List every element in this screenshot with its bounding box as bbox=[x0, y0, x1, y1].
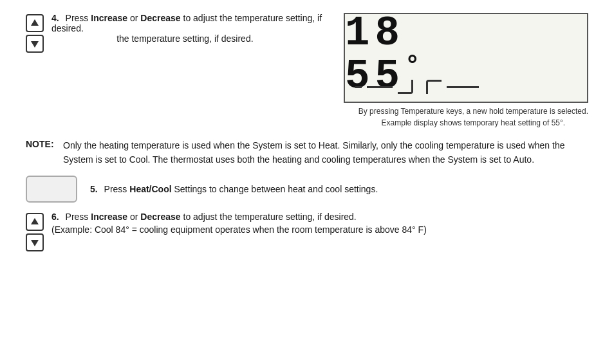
display-caption: By pressing Temperature keys, a new hold… bbox=[358, 105, 588, 129]
step6-post: to adjust the temperature setting, if de… bbox=[181, 212, 357, 222]
note-label: NOTE: bbox=[26, 139, 58, 149]
step6-icons bbox=[26, 213, 44, 251]
step6-mid: or bbox=[127, 212, 140, 222]
step6-pre: Press bbox=[66, 212, 91, 222]
decrease-button[interactable] bbox=[26, 35, 44, 53]
step4-increase: Increase bbox=[91, 13, 127, 23]
decrease-button-6[interactable] bbox=[26, 233, 44, 251]
thermostat-display: 18 55° bbox=[344, 13, 588, 103]
up-arrow-icon bbox=[30, 18, 40, 28]
step4-row: 4. Press Increase or Decrease to adjust … bbox=[26, 13, 588, 129]
heat-cool-button-visual bbox=[26, 176, 77, 203]
display-col: 18 55° By pressing Temperature keys, a n… bbox=[324, 13, 588, 129]
step4-pre: Press bbox=[66, 13, 91, 23]
svg-marker-2 bbox=[31, 218, 39, 224]
step4-mid: or bbox=[127, 13, 140, 23]
seg-dash-1 bbox=[355, 86, 362, 88]
step4-number: 4. bbox=[51, 13, 59, 23]
step5-post: Settings to change between heat and cool… bbox=[172, 184, 378, 194]
step5-heatcool: Heat/Cool bbox=[129, 184, 171, 194]
seg-dash-2 bbox=[367, 86, 393, 88]
step6-example: (Example: Cool 84° = cooling equipment o… bbox=[51, 224, 588, 235]
step5-row: 5. Press Heat/Cool Settings to change be… bbox=[26, 176, 588, 203]
increase-button[interactable] bbox=[26, 14, 44, 32]
step6-number: 6. bbox=[51, 212, 59, 222]
step6-text: 6. Press Increase or Decrease to adjust … bbox=[51, 212, 588, 235]
step4-decrease: Decrease bbox=[140, 13, 180, 23]
up-arrow-icon-6 bbox=[30, 217, 40, 227]
display-value1: 18 bbox=[345, 10, 405, 57]
display-degree: ° bbox=[405, 52, 425, 81]
seg-bracket-right bbox=[426, 80, 442, 94]
caption-line2: Example display shows temporary heat set… bbox=[358, 117, 588, 129]
step5-text: 5. Press Heat/Cool Settings to change be… bbox=[90, 184, 378, 194]
step4-icons bbox=[26, 14, 44, 53]
svg-marker-1 bbox=[31, 41, 39, 48]
increase-button-6[interactable] bbox=[26, 213, 44, 231]
display-segments bbox=[345, 80, 587, 94]
step6-increase: Increase bbox=[91, 212, 127, 222]
note-section: NOTE: Only the heating temperature is us… bbox=[26, 139, 588, 167]
seg-bracket-left bbox=[398, 80, 413, 94]
down-arrow-icon-6 bbox=[30, 237, 40, 248]
svg-marker-0 bbox=[31, 19, 39, 26]
step5-pre: Press bbox=[104, 184, 130, 194]
seg-dash-3 bbox=[447, 86, 479, 88]
step6-decrease: Decrease bbox=[140, 212, 180, 222]
note-text: Only the heating temperature is used whe… bbox=[63, 139, 588, 167]
down-arrow-icon bbox=[30, 39, 40, 49]
svg-marker-3 bbox=[31, 240, 39, 246]
caption-line1: By pressing Temperature keys, a new hold… bbox=[358, 105, 588, 117]
step4-line2: the temperature setting, if desired. bbox=[51, 33, 254, 44]
step6-row: 6. Press Increase or Decrease to adjust … bbox=[26, 212, 588, 251]
step6-line1: 6. Press Increase or Decrease to adjust … bbox=[51, 212, 588, 222]
step5-number: 5. bbox=[90, 184, 98, 194]
step4-text: 4. Press Increase or Decrease to adjust … bbox=[51, 13, 324, 44]
